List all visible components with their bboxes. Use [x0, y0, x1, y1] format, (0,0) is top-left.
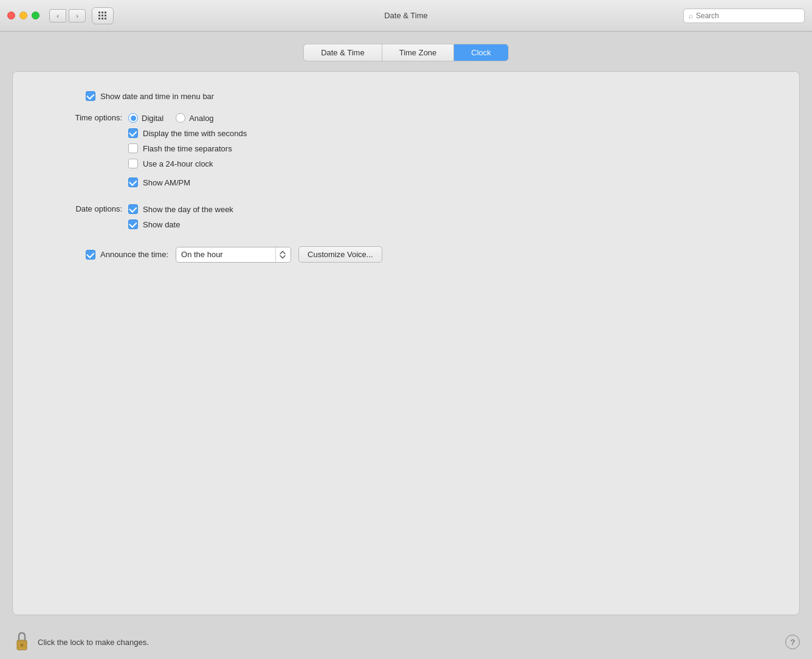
time-options-group: Digital Analog Display the time with sec…	[128, 113, 247, 187]
tab-time-zone[interactable]: Time Zone	[382, 44, 455, 61]
svg-rect-2	[105, 12, 106, 13]
use-24hour-checkbox[interactable]	[128, 159, 138, 168]
announce-time-row: Announce the time: On the hour Customize…	[86, 246, 763, 263]
interval-value: On the hour	[181, 250, 275, 259]
titlebar: ‹ › Date & Time ⌕	[0, 0, 812, 32]
show-date-checkbox[interactable]	[128, 219, 138, 229]
chevron-down-icon	[280, 255, 286, 259]
window-title: Date & Time	[384, 11, 428, 20]
close-button[interactable]	[7, 12, 15, 19]
analog-radio-wrap[interactable]: Analog	[176, 113, 213, 123]
tab-clock[interactable]: Clock	[454, 44, 508, 61]
use-24hour-wrap[interactable]: Use a 24-hour clock	[128, 159, 247, 168]
svg-rect-8	[105, 18, 106, 19]
display-seconds-checkbox[interactable]	[128, 128, 138, 138]
lock-icon	[12, 630, 32, 654]
customize-voice-button[interactable]: Customize Voice...	[298, 246, 382, 263]
grid-button[interactable]	[92, 7, 114, 24]
lock-text: Click the lock to make changes.	[38, 638, 149, 647]
traffic-lights	[7, 12, 40, 19]
flash-separators-label: Flash the time separators	[143, 144, 232, 153]
main-content: Date & Time Time Zone Clock Show date an…	[0, 32, 812, 625]
time-options-label: Time options:	[49, 113, 128, 122]
minimize-button[interactable]	[19, 12, 27, 19]
show-date-wrap[interactable]: Show date	[128, 219, 233, 229]
announce-time-checkbox[interactable]	[86, 250, 95, 260]
search-box[interactable]: ⌕	[683, 9, 805, 23]
date-options-label: Date options:	[49, 204, 128, 213]
tab-date-time[interactable]: Date & Time	[304, 44, 382, 61]
flash-separators-checkbox[interactable]	[128, 143, 138, 153]
maximize-button[interactable]	[32, 12, 40, 19]
svg-rect-6	[98, 18, 100, 19]
svg-rect-1	[102, 12, 103, 13]
show-datetime-checkbox[interactable]	[86, 91, 95, 101]
use-24hour-label: Use a 24-hour clock	[143, 159, 213, 168]
show-ampm-label: Show AM/PM	[143, 178, 190, 187]
digital-label: Digital	[142, 114, 163, 123]
digital-radio-wrap[interactable]: Digital	[128, 113, 163, 123]
analog-label: Analog	[189, 114, 213, 123]
show-date-label: Show date	[143, 220, 180, 229]
back-button[interactable]: ‹	[49, 9, 66, 22]
svg-rect-7	[102, 18, 103, 19]
show-ampm-wrap[interactable]: Show AM/PM	[128, 178, 247, 187]
display-type-group: Digital Analog	[128, 113, 247, 123]
analog-radio[interactable]	[176, 113, 185, 123]
digital-radio[interactable]	[128, 113, 138, 123]
dropdown-stepper[interactable]	[275, 247, 286, 262]
interval-dropdown[interactable]: On the hour	[176, 247, 291, 263]
svg-rect-14	[21, 645, 22, 647]
svg-rect-3	[98, 15, 100, 16]
chevron-up-icon	[280, 250, 286, 255]
date-options-group: Show the day of the week Show date	[128, 204, 233, 229]
svg-rect-5	[105, 15, 106, 16]
show-datetime-checkbox-wrap[interactable]: Show date and time in menu bar	[86, 91, 214, 101]
search-input[interactable]	[696, 12, 799, 20]
nav-buttons: ‹ ›	[49, 9, 86, 22]
date-options-section: Date options: Show the day of the week S…	[49, 204, 763, 229]
show-day-of-week-checkbox[interactable]	[128, 204, 138, 214]
svg-rect-4	[102, 15, 103, 16]
show-datetime-label: Show date and time in menu bar	[100, 92, 214, 101]
show-day-of-week-wrap[interactable]: Show the day of the week	[128, 204, 233, 214]
help-button[interactable]: ?	[785, 635, 800, 649]
svg-rect-10	[17, 641, 27, 643]
bottom-bar: Click the lock to make changes. ?	[0, 625, 812, 659]
settings-panel: Show date and time in menu bar Time opti…	[12, 71, 800, 615]
svg-rect-0	[98, 12, 100, 13]
announce-time-label: Announce the time:	[100, 250, 168, 259]
show-ampm-checkbox[interactable]	[128, 178, 138, 187]
show-datetime-row: Show date and time in menu bar	[86, 91, 763, 101]
show-day-of-week-label: Show the day of the week	[143, 205, 233, 214]
search-icon: ⌕	[689, 12, 693, 20]
flash-separators-wrap[interactable]: Flash the time separators	[128, 143, 247, 153]
announce-time-wrap[interactable]: Announce the time:	[86, 250, 168, 260]
display-seconds-wrap[interactable]: Display the time with seconds	[128, 128, 247, 138]
lock-wrap[interactable]: Click the lock to make changes.	[12, 630, 149, 654]
time-options-section: Time options: Digital Analog	[49, 113, 763, 187]
tabs: Date & Time Time Zone Clock	[303, 44, 509, 61]
forward-button[interactable]: ›	[69, 9, 86, 22]
display-seconds-label: Display the time with seconds	[143, 129, 247, 138]
